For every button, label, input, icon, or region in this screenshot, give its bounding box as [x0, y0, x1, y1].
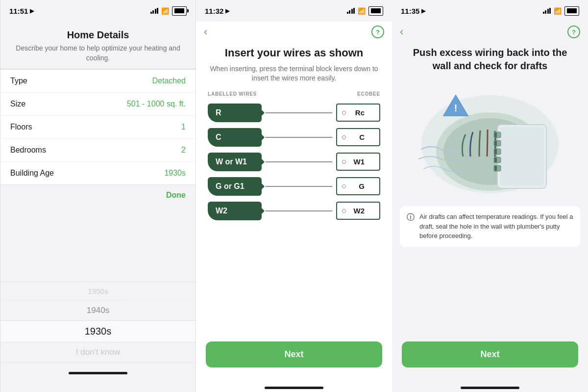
- wire-line-C: [266, 137, 332, 138]
- wifi-icon-2: 📶: [358, 7, 366, 15]
- signal-icon: [150, 8, 159, 14]
- wifi-icon-3: 📶: [554, 7, 562, 15]
- done-button[interactable]: Done: [166, 191, 186, 200]
- home-bar-2: [265, 387, 323, 389]
- push-title: Push excess wiring back into the wall an…: [392, 42, 588, 80]
- svg-rect-11: [494, 141, 497, 146]
- floors-label: Floors: [10, 123, 32, 131]
- terminal-dot-Rc: [342, 111, 346, 115]
- bedrooms-label: Bedrooms: [10, 146, 46, 155]
- terminal-label-W1: W1: [350, 157, 365, 166]
- wire-line-R: [266, 112, 332, 113]
- picker-item-1950s[interactable]: 1950s: [0, 282, 196, 301]
- next-button-3[interactable]: Next: [402, 341, 578, 367]
- wire-terminal-G: G: [336, 177, 380, 195]
- panel-push-wiring: 11:35 ▶ 📶 ‹ ? Push excess wiring back in…: [392, 0, 588, 392]
- wifi-icon: 📶: [161, 7, 169, 15]
- wire-tag-R: R: [208, 104, 262, 122]
- wire-line-W2: [266, 210, 332, 211]
- form-rows: Type Detached Size 501 - 1000 sq. ft. Fl…: [0, 69, 196, 185]
- location-icon-3: ▶: [421, 8, 425, 14]
- wires-title: Insert your wires as shown: [196, 42, 392, 62]
- terminal-dot-W1: [342, 160, 346, 164]
- building-age-label: Building Age: [10, 169, 54, 178]
- wire-row-R: R Rc: [196, 101, 392, 125]
- picker-area[interactable]: 1950s 1940s 1930s I don't know: [0, 282, 196, 377]
- terminal-dot-G: [342, 184, 346, 188]
- svg-rect-4: [500, 127, 544, 186]
- wire-tag-C: C: [208, 128, 262, 147]
- wire-tag-G: G or G1: [208, 177, 262, 196]
- wire-row-W2: W2 W2: [196, 199, 392, 223]
- status-time-3: 11:35 ▶: [401, 7, 425, 15]
- help-button-2[interactable]: ?: [371, 26, 384, 38]
- bedrooms-row[interactable]: Bedrooms 2: [0, 139, 196, 162]
- help-button-3[interactable]: ?: [567, 26, 580, 38]
- info-icon: ⓘ: [407, 212, 415, 223]
- thermostat-illustration: !: [407, 80, 573, 198]
- status-bar-3: 11:35 ▶ 📶: [392, 0, 588, 22]
- location-icon-2: ▶: [225, 8, 229, 14]
- home-details-header: Home Details Describe your home to help …: [0, 22, 196, 69]
- home-details-subtitle: Describe your home to help optimize your…: [10, 44, 186, 63]
- home-bar-3: [461, 387, 519, 389]
- wire-row-W: W or W1 W1: [196, 150, 392, 174]
- panel-insert-wires: 11:32 ▶ 📶 ‹ ? Insert your wires as shown…: [196, 0, 392, 392]
- terminal-label-C: C: [350, 133, 365, 141]
- panel-home-details: 11:51 ▶ 📶 Home Details Describe your hom…: [0, 0, 196, 392]
- picker-item-unknown[interactable]: I don't know: [0, 342, 196, 363]
- status-time-1: 11:51 ▶: [9, 7, 34, 15]
- wire-line-W: [266, 161, 332, 162]
- wires-header: LABELLED WIRES ECOBEE: [196, 89, 392, 99]
- svg-text:!: !: [454, 103, 458, 113]
- svg-rect-14: [494, 166, 497, 171]
- home-indicator-1: [0, 363, 196, 377]
- done-btn-area: Done: [0, 185, 196, 206]
- back-button-3[interactable]: ‹: [400, 26, 403, 38]
- home-bar-1: [69, 372, 127, 374]
- nav-bar-2: ‹ ?: [196, 22, 392, 42]
- size-label: Size: [10, 100, 25, 108]
- building-age-row[interactable]: Building Age 1930s: [0, 162, 196, 184]
- picker-item-1940s[interactable]: 1940s: [0, 301, 196, 321]
- floors-value: 1: [181, 123, 186, 131]
- col-ecobee: ECOBEE: [357, 91, 380, 97]
- thermostat-svg: !: [407, 80, 573, 198]
- svg-rect-12: [494, 149, 497, 154]
- signal-icon-3: [543, 8, 551, 14]
- status-bar-2: 11:32 ▶ 📶: [196, 0, 392, 22]
- wire-terminal-Rc: Rc: [336, 104, 380, 122]
- battery-icon-3: [564, 6, 579, 16]
- status-bar-1: 11:51 ▶ 📶: [0, 0, 196, 22]
- status-time-2: 11:32 ▶: [205, 7, 229, 15]
- picker-item-1930s[interactable]: 1930s: [0, 321, 196, 342]
- terminal-dot-W2: [342, 209, 346, 213]
- size-value: 501 - 1000 sq. ft.: [127, 100, 186, 108]
- type-label: Type: [10, 77, 27, 85]
- wire-terminal-W1: W1: [336, 153, 380, 171]
- type-row[interactable]: Type Detached: [0, 70, 196, 93]
- terminal-label-Rc: Rc: [350, 108, 365, 117]
- type-value: Detached: [152, 77, 186, 85]
- nav-bar-3: ‹ ?: [392, 22, 588, 42]
- terminal-label-W2: W2: [350, 207, 365, 215]
- wire-row-G: G or G1 G: [196, 174, 392, 199]
- wire-tag-W: W or W1: [208, 153, 262, 171]
- status-icons-2: 📶: [347, 6, 384, 16]
- svg-rect-10: [494, 132, 497, 137]
- size-row[interactable]: Size 501 - 1000 sq. ft.: [0, 93, 196, 116]
- next-button-2[interactable]: Next: [206, 341, 382, 367]
- info-box: ⓘ Air drafts can affect temperature read…: [400, 206, 580, 247]
- back-button-2[interactable]: ‹: [204, 26, 207, 38]
- terminal-dot-C: [342, 135, 346, 139]
- terminal-label-G: G: [350, 182, 365, 190]
- building-age-value: 1930s: [164, 169, 186, 178]
- col-labelled-wires: LABELLED WIRES: [208, 91, 257, 97]
- floors-row[interactable]: Floors 1: [0, 116, 196, 139]
- home-details-title: Home Details: [10, 29, 186, 41]
- wire-line-G: [266, 186, 332, 187]
- wire-tag-W2: W2: [208, 202, 262, 220]
- status-icons-3: 📶: [543, 6, 580, 16]
- battery-icon: [172, 6, 187, 16]
- signal-icon-2: [347, 8, 355, 14]
